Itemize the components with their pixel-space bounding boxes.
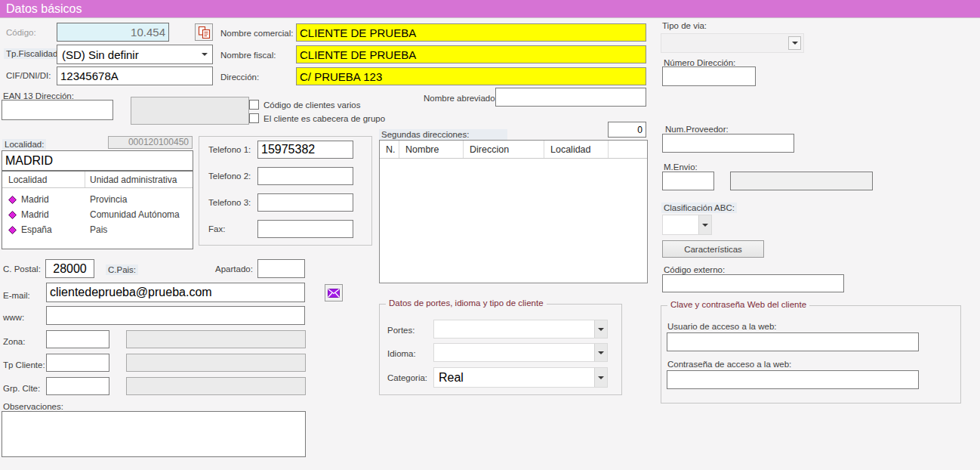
email-label: E-mail: [3,291,30,300]
mail-icon [328,289,340,298]
chevron-down-icon [598,376,604,379]
list-item[interactable]: Madrid Provincia [2,192,193,207]
portes-combo[interactable] [433,320,608,339]
nombre-abreviado-label: Nombre abreviado: [424,94,498,103]
diamond-icon [8,226,17,234]
tipo-via-combo[interactable] [661,33,804,53]
localidad-listbox[interactable]: Localidad Unidad administrativa Madrid P… [2,171,193,249]
usuario-web-field[interactable] [667,332,919,351]
list-item-localidad: España [21,224,52,235]
clasificacion-abc-combo[interactable] [662,215,712,235]
col-header-nombre: Nombre [399,141,464,158]
chevron-down-icon [598,328,604,331]
m-envio-field[interactable] [662,172,714,190]
nombre-abreviado-field[interactable] [495,88,646,107]
segundas-direcciones-table[interactable]: N. Nombre Direccion Localidad [379,140,648,283]
localidad-code-display: 000120100450 [108,136,193,149]
num-proveedor-field[interactable] [662,134,794,153]
list-item-localidad: Madrid [21,194,49,205]
telefono2-field[interactable] [257,167,353,185]
copy-icon [198,26,211,39]
zona-desc-display [126,330,306,348]
telefono2-label: Telefono 2: [208,172,251,181]
localidad-label: Localidad: [2,139,46,150]
m-envio-desc-display [730,172,873,190]
apartado-field[interactable] [257,259,305,278]
tp-fiscalidad-combo[interactable]: (SD) Sin definir [57,45,213,64]
checkbox-cabecera-grupo-label: El cliente es cabecera de grupo [263,114,385,123]
localidad-col-header: Localidad [2,172,85,187]
section-header: Datos básicos [0,0,980,18]
telefono1-label: Telefono 1: [208,145,251,154]
tp-cliente-field[interactable] [46,354,109,372]
copy-button[interactable] [195,23,213,41]
telefono3-field[interactable] [257,193,353,212]
nombre-comercial-field[interactable] [296,23,646,42]
c-postal-label: C. Postal: [3,264,41,274]
zona-label: Zona: [3,337,25,346]
portes-group-title: Datos de portes, idioma y tipo de client… [386,298,547,308]
categoria-label: Categoria: [387,373,427,382]
segundas-table-header: N. Nombre Direccion Localidad [380,141,647,159]
telefono1-field[interactable] [257,141,353,159]
page-title: Datos básicos [6,2,82,16]
codigo-field[interactable] [57,23,169,42]
direccion-field[interactable] [296,67,646,85]
list-item-unidad: Provincia [85,194,193,205]
tp-fiscalidad-label: Tp.Fiscalidad: [4,48,63,59]
www-field[interactable] [46,306,305,325]
checkbox-icon[interactable] [249,100,259,110]
list-item[interactable]: Madrid Comunidad Autónoma [2,207,193,222]
numero-direccion-field[interactable] [662,66,756,86]
codigo-externo-label: Código externo: [664,265,725,274]
localidad-field[interactable] [2,150,193,171]
ean-display-panel [131,97,249,125]
contrasena-web-field[interactable] [667,370,919,389]
col-header-direccion: Direccion [464,141,544,158]
email-field[interactable] [46,283,305,302]
segundas-table-body[interactable] [380,159,647,283]
chevron-down-icon [598,351,604,354]
col-header-blank [609,141,647,158]
cif-field[interactable] [57,66,213,85]
localidad-listbox-header: Localidad Unidad administrativa [2,172,193,188]
www-label: www: [3,313,24,322]
idioma-combo[interactable] [433,343,608,362]
usuario-web-label: Usuario de acceso a la web: [667,322,776,331]
num-proveedor-label: Num.Proveedor: [665,125,729,134]
list-item[interactable]: España Pais [2,222,193,237]
segundas-count-field[interactable] [608,122,646,138]
cif-label: CIF/DNI/DI: [6,71,51,80]
diamond-icon [8,196,17,204]
nombre-fiscal-field[interactable] [296,45,646,63]
list-item-unidad: Pais [85,224,193,235]
grp-clte-field[interactable] [46,377,109,395]
chevron-down-icon [702,224,708,227]
c-postal-field[interactable] [45,259,94,278]
list-item-unidad: Comunidad Autónoma [85,209,193,220]
ean-field[interactable] [2,100,113,120]
observaciones-field[interactable] [2,411,306,457]
segundas-direcciones-label: Segundas direcciones: [379,129,507,140]
checkbox-clientes-varios[interactable]: Código de clientes varios [249,100,361,110]
checkbox-cabecera-grupo[interactable]: El cliente es cabecera de grupo [249,113,385,123]
grp-clte-label: Grp. Clte: [3,384,40,393]
unidad-col-header: Unidad administrativa [85,175,193,185]
send-email-button[interactable] [325,284,343,301]
zona-field[interactable] [46,330,109,348]
categoria-combo[interactable]: Real [433,367,608,388]
checkbox-icon[interactable] [249,113,259,123]
tipo-via-label: Tipo de via: [662,21,707,30]
chevron-down-icon [792,42,798,45]
codigo-externo-field[interactable] [662,274,844,292]
telefono3-label: Telefono 3: [208,198,251,207]
c-pais-label: C.Pais: [106,264,138,275]
caracteristicas-button[interactable]: Características [662,240,764,258]
fax-field[interactable] [257,220,353,238]
observaciones-label: Observaciones: [3,402,63,411]
chevron-down-icon [202,53,208,56]
list-item-localidad: Madrid [21,209,49,220]
idioma-label: Idioma: [387,349,416,358]
fax-label: Fax: [208,224,225,233]
direccion-label: Dirección: [220,73,259,82]
